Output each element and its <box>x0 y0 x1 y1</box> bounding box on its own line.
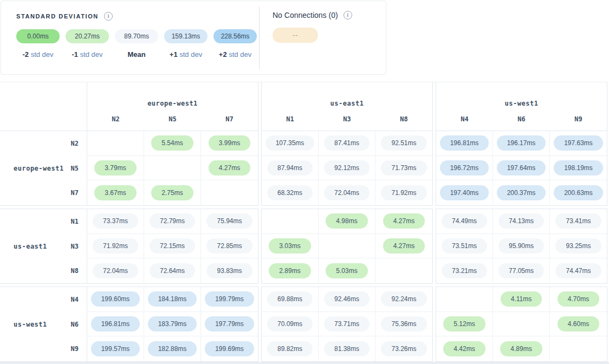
latency-pill[interactable]: 183.79ms <box>148 316 197 332</box>
latency-pill[interactable]: 87.41ms <box>324 135 370 151</box>
latency-cell[interactable]: 199.79ms <box>201 287 258 312</box>
latency-cell[interactable]: 198.19ms <box>550 156 607 181</box>
latency-cell[interactable] <box>375 258 432 283</box>
latency-pill[interactable]: 182.88ms <box>148 341 197 356</box>
latency-cell[interactable]: 89.82ms <box>262 336 319 361</box>
latency-cell[interactable]: 69.88ms <box>262 287 319 312</box>
std-deviation-info-icon[interactable]: i <box>104 12 113 21</box>
latency-pill[interactable]: 72.04ms <box>93 263 138 278</box>
latency-cell[interactable]: 72.15ms <box>144 234 201 259</box>
latency-pill[interactable]: 72.64ms <box>150 263 195 278</box>
latency-cell[interactable]: 72.04ms <box>319 180 375 205</box>
latency-pill[interactable]: 200.63ms <box>554 185 603 200</box>
latency-cell[interactable]: 87.94ms <box>262 156 319 181</box>
latency-cell[interactable]: 92.24ms <box>375 287 432 312</box>
latency-pill[interactable]: 198.19ms <box>554 160 603 176</box>
latency-pill[interactable]: 5.54ms <box>151 135 193 151</box>
latency-pill[interactable]: 197.40ms <box>440 185 489 200</box>
latency-pill[interactable]: 73.26ms <box>381 341 426 356</box>
latency-pill[interactable]: 93.83ms <box>206 263 252 278</box>
latency-pill[interactable]: 70.09ms <box>267 316 313 332</box>
latency-pill[interactable]: 71.92ms <box>381 185 426 200</box>
latency-cell[interactable]: 93.83ms <box>201 258 258 283</box>
latency-pill[interactable]: 74.13ms <box>498 213 544 229</box>
latency-pill[interactable]: 3.99ms <box>209 135 250 151</box>
latency-pill[interactable]: 73.37ms <box>93 213 138 229</box>
latency-cell[interactable]: 4.98ms <box>319 209 375 234</box>
latency-cell[interactable]: 3.67ms <box>87 180 144 205</box>
latency-pill[interactable]: 196.17ms <box>497 135 546 151</box>
latency-cell[interactable]: 196.81ms <box>436 131 493 156</box>
latency-cell[interactable]: 196.72ms <box>436 156 493 181</box>
latency-pill[interactable]: 196.81ms <box>440 135 489 151</box>
latency-pill[interactable]: 95.90ms <box>498 238 544 253</box>
latency-pill[interactable]: 73.21ms <box>442 263 487 278</box>
latency-pill[interactable]: 4.27ms <box>209 160 250 176</box>
latency-cell[interactable] <box>550 336 607 361</box>
latency-cell[interactable]: 200.63ms <box>550 180 607 205</box>
latency-pill[interactable]: 72.85ms <box>206 238 252 253</box>
latency-pill[interactable]: 74.47ms <box>555 263 601 278</box>
latency-cell[interactable] <box>201 180 258 205</box>
latency-cell[interactable]: 184.18ms <box>144 287 201 312</box>
latency-cell[interactable]: 5.12ms <box>436 312 493 337</box>
latency-pill[interactable]: 73.71ms <box>324 316 370 332</box>
latency-cell[interactable]: 93.25ms <box>550 234 607 259</box>
latency-pill[interactable]: 199.60ms <box>91 291 140 307</box>
latency-pill[interactable]: 2.75ms <box>151 185 193 200</box>
latency-pill[interactable]: 199.79ms <box>205 291 254 307</box>
latency-pill[interactable]: 4.98ms <box>326 213 367 229</box>
latency-cell[interactable]: 4.42ms <box>436 336 493 361</box>
latency-cell[interactable]: 70.09ms <box>262 312 319 337</box>
latency-pill[interactable]: 92.24ms <box>381 291 426 307</box>
latency-pill[interactable]: 72.04ms <box>324 185 370 200</box>
latency-cell[interactable]: 74.49ms <box>436 209 493 234</box>
latency-cell[interactable]: 73.71ms <box>319 312 375 337</box>
latency-pill[interactable]: 69.88ms <box>267 291 313 307</box>
latency-cell[interactable]: 2.75ms <box>144 180 201 205</box>
latency-pill[interactable]: 196.81ms <box>91 316 140 332</box>
latency-cell[interactable]: 183.79ms <box>144 312 201 337</box>
latency-pill[interactable]: 75.36ms <box>381 316 426 332</box>
latency-pill[interactable]: 196.72ms <box>440 160 489 176</box>
latency-pill[interactable]: 4.27ms <box>383 213 425 229</box>
latency-cell[interactable]: 92.12ms <box>319 156 375 181</box>
latency-cell[interactable]: 92.51ms <box>375 131 432 156</box>
latency-cell[interactable]: 72.85ms <box>201 234 258 259</box>
latency-cell[interactable]: 3.03ms <box>262 234 319 259</box>
latency-pill[interactable]: 72.15ms <box>150 238 195 253</box>
latency-cell[interactable]: 72.04ms <box>87 258 144 283</box>
latency-pill[interactable]: 107.35ms <box>265 135 315 151</box>
latency-pill[interactable]: 93.25ms <box>555 238 601 253</box>
latency-cell[interactable]: 4.27ms <box>201 156 258 181</box>
latency-cell[interactable]: 71.92ms <box>375 180 432 205</box>
latency-cell[interactable]: 5.54ms <box>144 131 201 156</box>
latency-pill[interactable]: 72.79ms <box>150 213 195 229</box>
latency-pill[interactable]: 200.37ms <box>497 185 546 200</box>
latency-pill[interactable]: 81.38ms <box>324 341 370 356</box>
latency-cell[interactable]: 4.11ms <box>493 287 550 312</box>
latency-cell[interactable]: 3.99ms <box>201 131 258 156</box>
latency-cell[interactable]: 5.03ms <box>319 258 375 283</box>
latency-cell[interactable]: 73.51ms <box>436 234 493 259</box>
latency-cell[interactable]: 75.36ms <box>375 312 432 337</box>
latency-cell[interactable]: 4.27ms <box>375 209 432 234</box>
latency-cell[interactable]: 196.81ms <box>87 312 144 337</box>
latency-cell[interactable]: 197.64ms <box>493 156 550 181</box>
latency-cell[interactable]: 75.94ms <box>201 209 258 234</box>
latency-pill[interactable]: 92.12ms <box>324 160 370 176</box>
latency-cell[interactable]: 200.37ms <box>493 180 550 205</box>
latency-pill[interactable]: 89.82ms <box>267 341 313 356</box>
latency-pill[interactable]: 3.03ms <box>269 238 310 253</box>
latency-cell[interactable]: 72.64ms <box>144 258 201 283</box>
latency-cell[interactable]: 71.73ms <box>375 156 432 181</box>
latency-cell[interactable]: 107.35ms <box>262 131 319 156</box>
latency-pill[interactable]: 87.94ms <box>267 160 313 176</box>
latency-cell[interactable]: 4.89ms <box>493 336 550 361</box>
latency-cell[interactable]: 73.21ms <box>436 258 493 283</box>
latency-pill[interactable]: 4.60ms <box>558 316 599 332</box>
latency-cell[interactable]: 2.89ms <box>262 258 319 283</box>
latency-cell[interactable]: 182.88ms <box>144 336 201 361</box>
latency-pill[interactable]: 199.57ms <box>91 341 140 356</box>
latency-cell[interactable]: 196.17ms <box>493 131 550 156</box>
